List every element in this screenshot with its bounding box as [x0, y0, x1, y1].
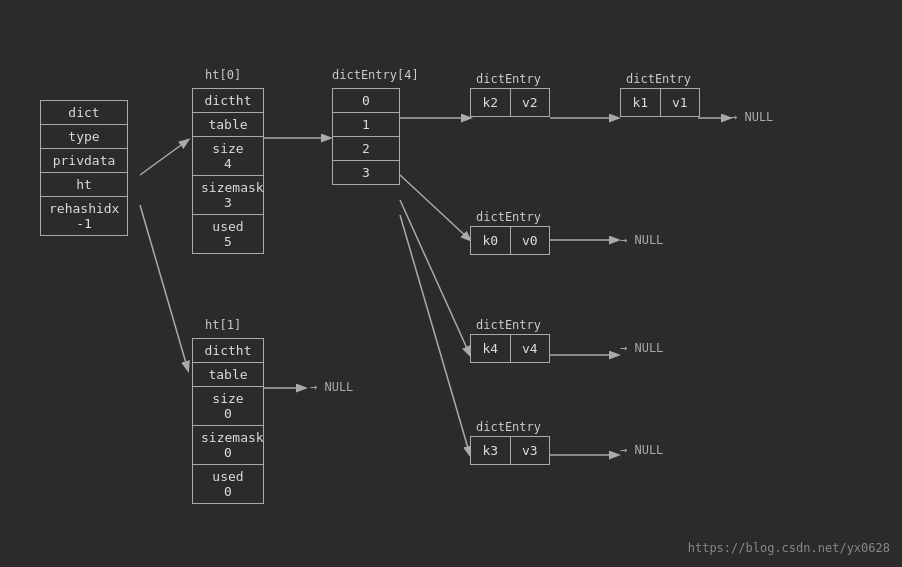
entry-k3v3-header-label: dictEntry	[476, 420, 541, 434]
slot-2: 2	[333, 137, 399, 161]
dictht1-sizemask: sizemask0	[193, 426, 263, 465]
entry-k1v1-box: k1 v1	[620, 88, 700, 117]
entry-k4v4-box: k4 v4	[470, 334, 550, 363]
v2-cell: v2	[511, 89, 550, 116]
dictht1-table: table	[193, 363, 263, 387]
v4-cell: v4	[511, 335, 550, 362]
slot-3: 3	[333, 161, 399, 184]
k4-cell: k4	[471, 335, 511, 362]
entry-k3v3-box: k3 v3	[470, 436, 550, 465]
dictentry-array-label: dictEntry[4]	[332, 68, 419, 82]
k3-cell: k3	[471, 437, 511, 464]
entry-k1v1-header-label: dictEntry	[626, 72, 691, 86]
k1-cell: k1	[621, 89, 661, 116]
dict-type: type	[41, 125, 127, 149]
null-dictht1-table: → NULL	[310, 380, 353, 394]
v3-cell: v3	[511, 437, 550, 464]
null-k1v1: → NULL	[730, 110, 773, 124]
arrows-layer	[0, 0, 902, 567]
dictht1-label: dictht	[193, 339, 263, 363]
dictht1-size-label: size0	[193, 387, 263, 426]
dictht0-table: table	[193, 113, 263, 137]
dict-box: dict type privdata ht rehashidx-1	[40, 100, 128, 236]
null-k4v4: → NULL	[620, 341, 663, 355]
v1-cell: v1	[661, 89, 700, 116]
dictht0-size-label: size4	[193, 137, 263, 176]
slot-1: 1	[333, 113, 399, 137]
dictht0-used: used5	[193, 215, 263, 253]
entry-k0v0-header-label: dictEntry	[476, 210, 541, 224]
watermark: https://blog.csdn.net/yx0628	[688, 541, 890, 555]
dictht0-label: dictht	[193, 89, 263, 113]
dictht1-used: used0	[193, 465, 263, 503]
null-k3v3: → NULL	[620, 443, 663, 457]
entry-k4v4-header-label: dictEntry	[476, 318, 541, 332]
entry-k2v2-box: k2 v2	[470, 88, 550, 117]
slot-0: 0	[333, 89, 399, 113]
k2-cell: k2	[471, 89, 511, 116]
dict-privdata: privdata	[41, 149, 127, 173]
dict-rehashidx: rehashidx-1	[41, 197, 127, 235]
ht0-label: ht[0]	[205, 68, 241, 82]
v0-cell: v0	[511, 227, 550, 254]
dict-label: dict	[41, 101, 127, 125]
k0-cell: k0	[471, 227, 511, 254]
svg-line-6	[400, 175, 470, 240]
dictht0-box: dictht table size4 sizemask3 used5	[192, 88, 264, 254]
svg-line-8	[400, 200, 470, 355]
null-k0v0: → NULL	[620, 233, 663, 247]
dictht0-sizemask: sizemask3	[193, 176, 263, 215]
svg-line-0	[140, 140, 188, 175]
entry-k0v0-box: k0 v0	[470, 226, 550, 255]
dictht1-box: dictht table size0 sizemask0 used0	[192, 338, 264, 504]
dict-ht: ht	[41, 173, 127, 197]
entry-k2v2-header-label: dictEntry	[476, 72, 541, 86]
dictentry-array-box: 0 1 2 3	[332, 88, 400, 185]
svg-line-1	[140, 205, 188, 370]
ht1-label: ht[1]	[205, 318, 241, 332]
svg-line-10	[400, 215, 470, 455]
